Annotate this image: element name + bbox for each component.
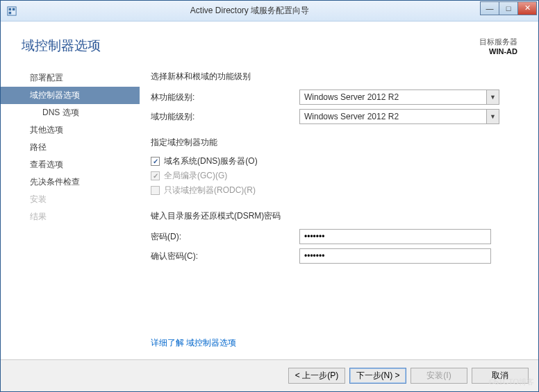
sidebar-item-dns-options[interactable]: DNS 选项 (1, 104, 140, 121)
close-button[interactable]: ✕ (517, 1, 537, 15)
rodc-checkbox-row: 只读域控制器(RODC)(R) (151, 185, 511, 196)
app-icon (5, 4, 19, 18)
sidebar-item-additional-options[interactable]: 其他选项 (1, 121, 140, 139)
forest-level-dropdown[interactable]: Windows Server 2012 R2 ▼ (299, 90, 499, 105)
sidebar-item-install: 安装 (1, 191, 140, 208)
domain-level-value: Windows Server 2012 R2 (300, 112, 486, 121)
chevron-down-icon: ▼ (486, 110, 499, 123)
sidebar-item-results: 结果 (1, 208, 140, 225)
dsrm-section: 键入目录服务还原模式(DSRM)密码 密码(D): 确认密码(C): (151, 210, 511, 264)
target-server-name: WIN-AD (479, 47, 517, 56)
main-panel: 选择新林和根域的功能级别 林功能级别: Windows Server 2012 … (140, 62, 538, 359)
minimize-button[interactable]: — (480, 1, 499, 15)
functional-level-section-label: 选择新林和根域的功能级别 (151, 71, 511, 83)
password-label: 密码(D): (151, 231, 299, 243)
watermark: ©51CTO博客 (489, 377, 534, 387)
sidebar-item-paths[interactable]: 路径 (1, 139, 140, 156)
gc-checkbox (151, 171, 160, 180)
target-server: 目标服务器 WIN-AD (479, 37, 517, 56)
svg-rect-3 (9, 11, 12, 14)
dns-checkbox-row: 域名系统(DNS)服务器(O) (151, 155, 511, 167)
wizard-window: Active Directory 域服务配置向导 — □ ✕ 域控制器选项 目标… (0, 0, 539, 392)
svg-rect-2 (13, 8, 15, 10)
sidebar-item-dc-options[interactable]: 域控制器选项 (1, 87, 140, 104)
sidebar-item-review-options[interactable]: 查看选项 (1, 156, 140, 173)
password-row: 密码(D): (151, 229, 511, 244)
footer: < 上一步(P) 下一步(N) > 安装(I) 取消 (1, 359, 538, 391)
titlebar: Active Directory 域服务配置向导 — □ ✕ (1, 1, 538, 22)
domain-level-label: 域功能级别: (151, 111, 299, 123)
svg-rect-1 (9, 8, 12, 10)
rodc-checkbox-label: 只读域控制器(RODC)(R) (164, 185, 256, 196)
forest-level-row: 林功能级别: Windows Server 2012 R2 ▼ (151, 90, 511, 105)
more-info-link[interactable]: 详细了解 域控制器选项 (151, 337, 236, 349)
dns-checkbox-label: 域名系统(DNS)服务器(O) (164, 155, 258, 167)
window-title: Active Directory 域服务配置向导 (19, 5, 481, 17)
domain-level-dropdown[interactable]: Windows Server 2012 R2 ▼ (299, 109, 499, 124)
chevron-down-icon: ▼ (486, 90, 499, 104)
next-button[interactable]: 下一步(N) > (349, 368, 406, 384)
target-server-label: 目标服务器 (479, 37, 517, 47)
content: 域控制器选项 目标服务器 WIN-AD 部署配置 域控制器选项 DNS 选项 其… (1, 22, 538, 391)
capabilities-section-label: 指定域控制器功能 (151, 137, 511, 148)
sidebar-item-prerequisites[interactable]: 先决条件检查 (1, 173, 140, 191)
sidebar-item-deployment-config[interactable]: 部署配置 (1, 69, 140, 87)
forest-level-label: 林功能级别: (151, 92, 299, 103)
confirm-password-label: 确认密码(C): (151, 250, 299, 262)
dns-checkbox[interactable] (151, 157, 160, 166)
domain-level-row: 域功能级别: Windows Server 2012 R2 ▼ (151, 109, 511, 124)
page-title: 域控制器选项 (22, 37, 101, 56)
gc-checkbox-label: 全局编录(GC)(G) (164, 170, 227, 182)
password-input[interactable] (299, 229, 491, 244)
capabilities-section: 指定域控制器功能 域名系统(DNS)服务器(O) 全局编录(GC)(G) 只读域… (151, 137, 511, 196)
gc-checkbox-row: 全局编录(GC)(G) (151, 170, 511, 182)
forest-level-value: Windows Server 2012 R2 (300, 92, 486, 102)
body-row: 部署配置 域控制器选项 DNS 选项 其他选项 路径 查看选项 先决条件检查 安… (1, 62, 538, 359)
rodc-checkbox (151, 186, 160, 195)
install-button: 安装(I) (411, 368, 467, 384)
confirm-password-row: 确认密码(C): (151, 248, 511, 264)
dsrm-section-label: 键入目录服务还原模式(DSRM)密码 (151, 210, 511, 222)
sidebar: 部署配置 域控制器选项 DNS 选项 其他选项 路径 查看选项 先决条件检查 安… (1, 62, 140, 359)
window-controls: — □ ✕ (481, 1, 537, 15)
header-row: 域控制器选项 目标服务器 WIN-AD (1, 22, 538, 62)
previous-button[interactable]: < 上一步(P) (288, 368, 345, 384)
maximize-button[interactable]: □ (499, 1, 518, 15)
confirm-password-input[interactable] (299, 248, 491, 264)
